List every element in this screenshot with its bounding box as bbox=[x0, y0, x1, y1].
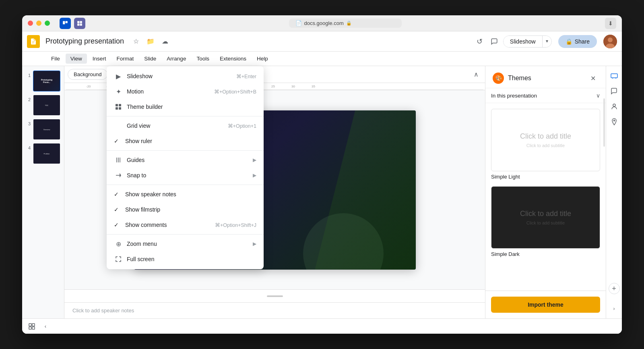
speaker-notes[interactable]: Click to add speaker notes bbox=[64, 302, 485, 318]
svg-rect-36 bbox=[29, 324, 31, 326]
url-text: docs.google.com bbox=[304, 20, 344, 26]
theme-light-label: Simple Light bbox=[491, 174, 600, 180]
grid-view-label: Grid view bbox=[127, 123, 224, 129]
slide-thumb-1[interactable]: 1 PrototypingPrese... bbox=[25, 69, 62, 93]
comments-icon[interactable] bbox=[489, 36, 500, 47]
slide-thumb-4[interactable]: 4 Problem bbox=[25, 142, 62, 165]
svg-rect-11 bbox=[116, 107, 118, 110]
slide-num-3: 3 bbox=[26, 121, 31, 126]
theme-card-simple-dark[interactable]: Click to add title Click to add subtitle… bbox=[491, 186, 600, 257]
trello-icon[interactable] bbox=[60, 18, 71, 29]
menu-guides[interactable]: Guides ▶ bbox=[107, 152, 264, 168]
slide-preview-4[interactable]: Problem bbox=[33, 143, 60, 164]
star-icon[interactable]: ☆ bbox=[130, 36, 142, 47]
menu-item-insert[interactable]: Insert bbox=[88, 54, 111, 64]
maximize-button[interactable] bbox=[45, 21, 50, 26]
themes-close-button[interactable]: ✕ bbox=[587, 73, 599, 84]
grid-view-button[interactable] bbox=[26, 321, 37, 332]
svg-rect-3 bbox=[80, 21, 82, 23]
import-theme-button[interactable]: Import theme bbox=[491, 297, 600, 313]
menu-item-extensions[interactable]: Extensions bbox=[215, 54, 251, 64]
zoom-arrow: ▶ bbox=[253, 241, 256, 247]
menu-show-comments[interactable]: ✓ Show comments ⌘+Option+Shift+J bbox=[107, 217, 264, 233]
right-sidebar: + › bbox=[606, 66, 622, 318]
slide-thumb-2[interactable]: 2 TOC bbox=[25, 93, 62, 117]
panel-collapse-button[interactable]: ‹ bbox=[40, 321, 51, 332]
menu-show-filmstrip[interactable]: ✓ Show filmstrip bbox=[107, 202, 264, 217]
motion-icon: ✦ bbox=[114, 88, 123, 96]
svg-rect-9 bbox=[116, 104, 118, 106]
right-sidebar-expand-icon[interactable]: › bbox=[608, 302, 621, 315]
theme-builder-icon bbox=[114, 104, 123, 110]
slideshow-group[interactable]: Slideshow ▾ bbox=[503, 35, 552, 48]
menu-zoom[interactable]: ⊕ Zoom menu ▶ bbox=[107, 236, 264, 251]
collapse-button[interactable]: ∧ bbox=[471, 69, 482, 80]
theme-card-simple-light[interactable]: Click to add title Click to add subtitle… bbox=[491, 109, 600, 180]
full-screen-icon bbox=[114, 256, 123, 262]
menu-full-screen[interactable]: Full screen bbox=[107, 251, 264, 267]
menu-motion[interactable]: ✦ Motion ⌘+Option+Shift+B bbox=[107, 84, 264, 99]
close-button[interactable] bbox=[28, 21, 33, 26]
right-sidebar-comments-icon[interactable] bbox=[608, 85, 621, 98]
zoom-icon: ⊕ bbox=[114, 240, 123, 248]
avatar[interactable] bbox=[603, 35, 617, 48]
svg-rect-10 bbox=[119, 104, 121, 106]
slide-bottom-controls: ‹ bbox=[22, 318, 622, 334]
snap-to-arrow: ▶ bbox=[253, 172, 256, 178]
slides-panel: 1 PrototypingPrese... 2 TOC bbox=[22, 66, 64, 318]
background-button[interactable]: Background bbox=[68, 69, 107, 80]
minimize-button[interactable] bbox=[36, 21, 41, 26]
speaker-notes-placeholder: Click to add speaker notes bbox=[72, 307, 134, 314]
svg-rect-0 bbox=[63, 21, 65, 24]
themes-filter[interactable]: In this presentation ∨ bbox=[485, 88, 606, 103]
themes-scrollbar[interactable] bbox=[603, 98, 605, 147]
slideshow-button[interactable]: Slideshow bbox=[504, 36, 542, 47]
share-lock-icon: 🔒 bbox=[566, 38, 572, 45]
show-ruler-label: Show ruler bbox=[125, 138, 256, 144]
menu-grid-view[interactable]: Grid view ⌘+Option+1 bbox=[107, 118, 264, 133]
menu-divider-1 bbox=[107, 116, 264, 116]
menu-slideshow[interactable]: ▶ Slideshow ⌘+Enter bbox=[107, 69, 264, 84]
menu-show-speaker-notes[interactable]: ✓ Show speaker notes bbox=[107, 187, 264, 202]
slideshow-dropdown[interactable]: ▾ bbox=[542, 36, 551, 47]
right-sidebar-map-icon[interactable] bbox=[608, 115, 621, 128]
download-icon[interactable]: ⬇ bbox=[605, 18, 616, 29]
menu-item-slide[interactable]: Slide bbox=[139, 54, 161, 64]
menu-item-help[interactable]: Help bbox=[252, 54, 273, 64]
slide-2-text: TOC bbox=[44, 103, 50, 108]
cloud-icon[interactable]: ☁ bbox=[159, 36, 171, 47]
filmstrip-check: ✓ bbox=[114, 206, 121, 213]
right-sidebar-slides-icon[interactable] bbox=[608, 69, 621, 82]
svg-rect-37 bbox=[32, 324, 35, 326]
show-filmstrip-label: Show filmstrip bbox=[125, 206, 256, 213]
slide-preview-2[interactable]: TOC bbox=[33, 95, 60, 116]
themes-panel-title: Themes bbox=[508, 75, 583, 82]
svg-text:30: 30 bbox=[291, 85, 295, 88]
menu-item-arrange[interactable]: Arrange bbox=[162, 54, 191, 64]
menu-item-view[interactable]: View bbox=[66, 54, 87, 64]
share-button[interactable]: 🔒 Share bbox=[558, 35, 597, 48]
menu-item-tools[interactable]: Tools bbox=[192, 54, 214, 64]
menu-item-format[interactable]: Format bbox=[112, 54, 139, 64]
slideshow-menu-icon: ▶ bbox=[114, 73, 123, 80]
guides-arrow: ▶ bbox=[253, 157, 256, 163]
slide-preview-1[interactable]: PrototypingPrese... bbox=[33, 71, 60, 91]
menu-show-ruler[interactable]: ✓ Show ruler bbox=[107, 133, 264, 149]
menu-theme-builder[interactable]: Theme builder bbox=[107, 99, 264, 114]
right-sidebar-people-icon[interactable] bbox=[608, 100, 621, 113]
todo-icon[interactable] bbox=[74, 18, 85, 29]
url-bar[interactable]: 📄 docs.google.com 🔒 bbox=[289, 19, 402, 28]
slide-thumb-3[interactable]: 3 Overview bbox=[25, 118, 62, 141]
slide-num-4: 4 bbox=[26, 145, 31, 150]
right-sidebar-add-button[interactable]: + bbox=[609, 283, 620, 294]
theme-preview-dark[interactable]: Click to add title Click to add subtitle bbox=[491, 186, 600, 249]
slide-preview-3[interactable]: Overview bbox=[33, 119, 60, 140]
themes-scroll: Click to add title Click to add subtitle… bbox=[485, 103, 606, 291]
history-icon[interactable]: ↺ bbox=[474, 36, 485, 47]
menu-item-file[interactable]: File bbox=[46, 54, 65, 64]
theme-builder-label: Theme builder bbox=[127, 104, 256, 110]
app-toolbar: Prototyping presentation ☆ 📁 ☁ ↺ Slidesh… bbox=[22, 31, 622, 52]
theme-preview-light[interactable]: Click to add title Click to add subtitle bbox=[491, 109, 600, 171]
menu-snap-to[interactable]: Snap to ▶ bbox=[107, 168, 264, 183]
folder-icon[interactable]: 📁 bbox=[145, 36, 156, 47]
